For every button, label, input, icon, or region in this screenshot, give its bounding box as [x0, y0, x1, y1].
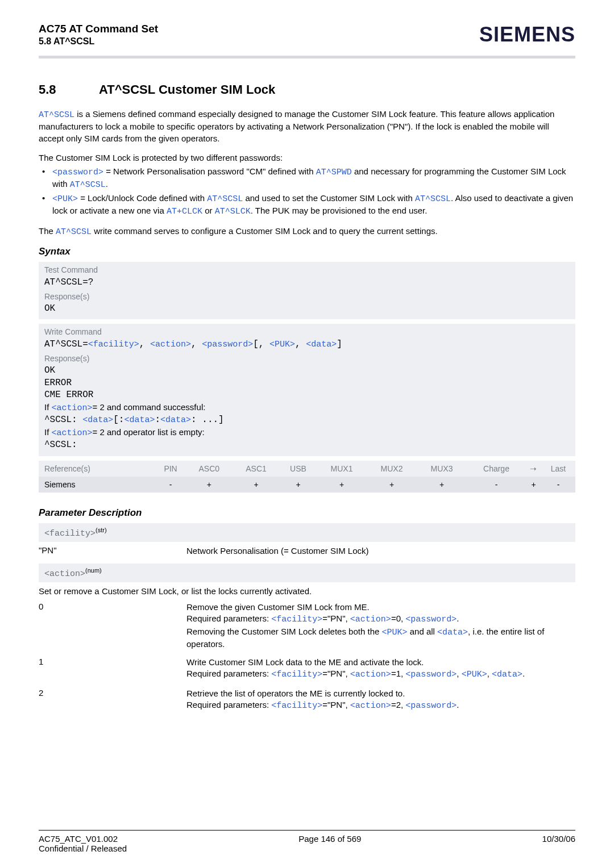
- ref-body-row: Siemens - + + + + + + - + -: [39, 477, 575, 493]
- action-1-val: Write Customer SIM Lock data to the ME a…: [186, 657, 575, 681]
- p-facility-a[interactable]: <facility>: [271, 615, 322, 624]
- ref-cell-10: -: [541, 477, 575, 493]
- test-label: Test Command: [44, 265, 570, 274]
- footer-rule: [39, 830, 575, 831]
- page: AC75 AT Command Set 5.8 AT^SCSL SIEMENS …: [0, 0, 614, 868]
- p-action-3[interactable]: <action>: [52, 428, 93, 438]
- doc-title: AC75 AT Command Set: [39, 23, 158, 35]
- ref-col-1: PIN: [156, 461, 186, 477]
- ref-cell-8: -: [467, 477, 526, 493]
- p-action-c[interactable]: <action>: [350, 701, 391, 711]
- ref-head-row: Reference(s) PIN ASC0 ASC1 USB MUX1 MUX2…: [39, 461, 575, 477]
- action-row-1: 1 Write Customer SIM Lock data to the ME…: [39, 657, 575, 681]
- resp-cme: CME ERROR: [44, 389, 570, 402]
- syntax-heading: Syntax: [39, 246, 575, 257]
- p-action-b[interactable]: <action>: [350, 670, 391, 679]
- ref-col-6: MUX2: [367, 461, 417, 477]
- footer-center: Page 146 of 569: [298, 834, 361, 844]
- p-password-b[interactable]: <password>: [405, 670, 457, 679]
- param-password[interactable]: <password>: [52, 168, 103, 177]
- page-footer: AC75_ATC_V01.002 Page 146 of 569 10/30/0…: [39, 830, 575, 853]
- facility-head: <facility>(str): [39, 523, 575, 542]
- cmd-link[interactable]: AT^SCSL: [39, 110, 74, 120]
- ref-cell-9: +: [526, 477, 541, 493]
- ref-col-10: Last: [541, 461, 575, 477]
- bullet-2: <PUK> = Lock/Unlock Code defined with AT…: [39, 193, 575, 218]
- param-heading: Parameter Description: [39, 507, 575, 519]
- p-puk-b[interactable]: <PUK>: [462, 670, 487, 679]
- intro-text-1: is a Siemens defined command especially …: [39, 109, 554, 143]
- ref-col-0: Reference(s): [39, 461, 156, 477]
- resp-scsl-data: ^SCSL: <data>[:<data>:<data>: ...]: [44, 414, 570, 427]
- p-data-2[interactable]: <data>: [124, 415, 155, 425]
- facility-sup: (str): [96, 527, 107, 533]
- cmd-atspwd[interactable]: AT^SPWD: [316, 168, 352, 177]
- ref-col-7: MUX3: [417, 461, 467, 477]
- p-facility-b[interactable]: <facility>: [271, 670, 322, 679]
- action-row-2: 2 Retrieve the list of operators the ME …: [39, 688, 575, 712]
- facility-tag: <facility>: [44, 529, 96, 539]
- ref-col-8: Charge: [467, 461, 526, 477]
- p-data-3[interactable]: <data>: [160, 415, 191, 425]
- p-action[interactable]: <action>: [150, 340, 191, 349]
- intro-para-2: The Customer SIM Lock is protected by tw…: [39, 152, 575, 164]
- section-heading: 5.8AT^SCSL Customer SIM Lock: [39, 82, 575, 97]
- cmd-atslck[interactable]: AT^SLCK: [215, 207, 251, 216]
- cmd-atclck[interactable]: AT+CLCK: [167, 207, 202, 216]
- ref-cell-0: Siemens: [39, 477, 156, 493]
- p-puk[interactable]: <PUK>: [269, 340, 295, 349]
- write-label: Write Command: [44, 327, 570, 336]
- footer-right: 10/30/06: [542, 834, 575, 844]
- cmd-atscsl-1[interactable]: AT^SCSL: [70, 180, 106, 190]
- action-intro: Set or remove a Customer SIM Lock, or li…: [39, 586, 575, 597]
- p-action-2[interactable]: <action>: [52, 403, 93, 413]
- p-data-1[interactable]: <data>: [82, 415, 113, 425]
- intro-para-1: AT^SCSL is a Siemens defined command esp…: [39, 108, 575, 144]
- p-password-a[interactable]: <password>: [405, 615, 457, 624]
- p-password-c[interactable]: <password>: [405, 701, 457, 711]
- header-left: AC75 AT Command Set 5.8 AT^SCSL: [39, 23, 158, 47]
- resp-scsl-empty: ^SCSL:: [44, 439, 570, 452]
- write-cmd: AT^SCSL=<facility>, <action>, <password>…: [44, 339, 570, 351]
- ref-col-2: ASC0: [185, 461, 233, 477]
- test-command-box: Test Command AT^SCSL=? Response(s) OK: [39, 262, 575, 319]
- cmd-atscsl-2[interactable]: AT^SCSL: [207, 194, 243, 204]
- bullet-1: <password> = Network Personalisation pas…: [39, 166, 575, 191]
- write-response-label: Response(s): [44, 354, 570, 363]
- cmd-atscsl-4[interactable]: AT^SCSL: [56, 227, 92, 237]
- p-facility[interactable]: <facility>: [88, 340, 139, 349]
- resp-ok: OK: [44, 365, 570, 377]
- param-puk[interactable]: <PUK>: [52, 194, 78, 204]
- action-1-key: 1: [39, 657, 186, 681]
- resp-if-2: If <action>= 2 and operator list is empt…: [44, 427, 570, 439]
- test-response-label: Response(s): [44, 292, 570, 301]
- action-sup: (num): [85, 567, 102, 574]
- resp-error: ERROR: [44, 377, 570, 390]
- facility-row: "PN" Network Personalisation (= Customer…: [39, 545, 575, 557]
- write-command-box: Write Command AT^SCSL=<facility>, <actio…: [39, 324, 575, 456]
- p-data-b[interactable]: <data>: [492, 670, 522, 679]
- p-data-a[interactable]: <data>: [437, 628, 468, 637]
- p-password[interactable]: <password>: [202, 340, 253, 349]
- test-ok: OK: [44, 303, 570, 315]
- facility-key: "PN": [39, 545, 186, 557]
- test-cmd: AT^SCSL=?: [44, 277, 570, 289]
- ref-cell-2: +: [185, 477, 233, 493]
- header-rule: [39, 56, 575, 59]
- section-number: 5.8: [39, 82, 99, 97]
- action-tag: <action>: [44, 569, 85, 579]
- p-puk-a[interactable]: <PUK>: [382, 628, 408, 637]
- ref-cell-1: -: [156, 477, 186, 493]
- ref-col-9: ➝: [526, 461, 541, 477]
- resp-if-1: If <action>= 2 and command successful:: [44, 402, 570, 414]
- p-facility-c[interactable]: <facility>: [271, 701, 322, 711]
- password-list: <password> = Network Personalisation pas…: [39, 166, 575, 218]
- p-action-a[interactable]: <action>: [350, 615, 391, 624]
- reference-table: Reference(s) PIN ASC0 ASC1 USB MUX1 MUX2…: [39, 461, 575, 493]
- facility-val: Network Personalisation (= Customer SIM …: [186, 545, 575, 557]
- ref-cell-3: +: [233, 477, 280, 493]
- ref-cell-4: +: [280, 477, 317, 493]
- action-head: <action>(num): [39, 564, 575, 582]
- cmd-atscsl-3[interactable]: AT^SCSL: [415, 194, 451, 204]
- p-data[interactable]: <data>: [306, 340, 337, 349]
